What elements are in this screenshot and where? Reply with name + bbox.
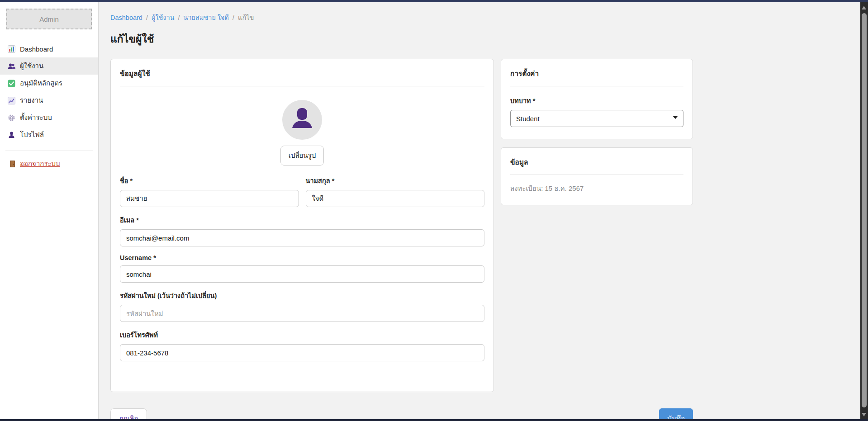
email-label: อีเมล *	[120, 215, 484, 225]
sidebar-item-reports[interactable]: รายงาน	[0, 92, 98, 109]
sidebar-item-label: ผู้ใช้งาน	[20, 61, 43, 71]
sidebar-item-label: ตั้งค่าระบบ	[20, 112, 52, 123]
sidebar-item-label: Dashboard	[20, 45, 53, 53]
new-password-input[interactable]	[120, 305, 484, 322]
required-mark: *	[533, 97, 536, 104]
phone-label: เบอร์โทรศัพท์	[120, 330, 484, 340]
dashboard-icon	[8, 45, 15, 53]
settings-card: การตั้งค่า บทบาท * Student	[501, 59, 693, 139]
sidebar-item-approve-courses[interactable]: อนุมัติหลักสูตร	[0, 75, 98, 92]
info-card: ข้อมูล ลงทะเบียน: 15 ธ.ค. 2567	[501, 147, 693, 205]
change-photo-button[interactable]: เปลี่ยนรูป	[280, 146, 324, 166]
required-mark: *	[332, 177, 335, 184]
vertical-scrollbar[interactable]	[860, 2, 868, 419]
sidebar-divider	[5, 151, 93, 151]
sidebar: Admin Dashboard	[0, 2, 99, 419]
sidebar-item-label: รายงาน	[20, 95, 43, 106]
save-button[interactable]: บันทึก	[659, 408, 693, 419]
info-card-title: ข้อมูล	[510, 148, 683, 175]
role-field-group: บทบาท * Student	[510, 95, 683, 127]
first-name-label: ชื่อ *	[120, 175, 299, 186]
first-name-input[interactable]	[120, 190, 299, 207]
role-select[interactable]: Student	[510, 110, 683, 127]
logout-link[interactable]: ออกจากระบบ	[0, 158, 98, 169]
new-password-label: รหัสผ่านใหม่ (เว้นว่างถ้าไม่เปลี่ยน)	[120, 290, 484, 301]
breadcrumb: Dashboard / ผู้ใช้งาน / นายสมชาย ใจดี / …	[110, 12, 860, 23]
user-info-card: ข้อมูลผู้ใช้ เปลี่ยนรูป ชื่อ *	[110, 59, 494, 392]
new-password-field-group: รหัสผ่านใหม่ (เว้นว่างถ้าไม่เปลี่ยน)	[120, 290, 484, 322]
username-input[interactable]	[120, 265, 484, 283]
breadcrumb-current: แก้ไข	[238, 12, 254, 23]
required-mark: *	[153, 254, 156, 261]
sidebar-item-dashboard[interactable]: Dashboard	[0, 40, 98, 57]
required-mark: *	[130, 177, 133, 184]
breadcrumb-separator: /	[178, 14, 180, 21]
breadcrumb-separator: /	[232, 14, 234, 21]
right-column: การตั้งค่า บทบาท * Student ข้อมูล	[501, 59, 693, 205]
approve-icon	[8, 80, 15, 87]
profile-icon	[8, 131, 15, 139]
first-name-field-group: ชื่อ *	[120, 175, 299, 207]
main-content: Dashboard / ผู้ใช้งาน / นายสมชาย ใจดี / …	[99, 2, 860, 419]
email-input[interactable]	[120, 229, 484, 246]
users-icon	[8, 62, 15, 70]
sidebar-item-label: อนุมัติหลักสูตร	[20, 78, 62, 89]
scroll-down-arrow-icon[interactable]	[862, 413, 866, 416]
breadcrumb-separator: /	[146, 14, 148, 21]
last-name-field-group: นามสกุล *	[306, 175, 485, 207]
sidebar-item-label: โปรไฟล์	[20, 129, 44, 140]
required-mark: *	[136, 217, 139, 224]
phone-field-group: เบอร์โทรศัพท์	[120, 330, 484, 361]
sidebar-item-system-settings[interactable]: ตั้งค่าระบบ	[0, 109, 98, 126]
scroll-up-arrow-icon[interactable]	[862, 6, 866, 9]
window-top-bar	[0, 0, 868, 2]
breadcrumb-link-dashboard[interactable]: Dashboard	[110, 14, 142, 21]
content-grid: ข้อมูลผู้ใช้ เปลี่ยนรูป ชื่อ *	[110, 59, 860, 392]
door-logout-icon	[9, 160, 16, 168]
cancel-button[interactable]: ยกเลิก	[110, 408, 147, 419]
username-field-group: Username *	[120, 254, 484, 283]
sidebar-item-profile[interactable]: โปรไฟล์	[0, 126, 98, 143]
admin-logo-box: Admin	[6, 9, 92, 29]
form-actions: ยกเลิก บันทึก	[110, 408, 693, 419]
username-label: Username *	[120, 254, 484, 261]
avatar-person-icon	[282, 100, 322, 140]
report-icon	[8, 97, 15, 104]
last-name-label: นามสกุล *	[306, 175, 485, 186]
breadcrumb-link-users[interactable]: ผู้ใช้งาน	[152, 12, 175, 23]
role-label: บทบาท *	[510, 95, 683, 106]
last-name-input[interactable]	[306, 190, 485, 207]
phone-input[interactable]	[120, 344, 484, 361]
sidebar-nav: Dashboard ผู้ใช้งาน อนุมัติหลักสูตร	[0, 40, 98, 143]
admin-logo-text: Admin	[39, 15, 59, 23]
avatar	[282, 100, 322, 140]
registered-date-text: ลงทะเบียน: 15 ธ.ค. 2567	[510, 183, 683, 194]
page-title: แก้ไขผู้ใช้	[110, 31, 860, 47]
sidebar-item-users[interactable]: ผู้ใช้งาน	[0, 57, 98, 75]
email-field-group: อีเมล *	[120, 215, 484, 246]
window-bottom-bar	[0, 419, 868, 421]
settings-card-title: การตั้งค่า	[510, 59, 683, 86]
settings-gear-icon	[8, 114, 15, 122]
scrollbar-thumb[interactable]	[862, 13, 867, 407]
logout-label: ออกจากระบบ	[20, 158, 60, 169]
breadcrumb-link-user-name[interactable]: นายสมชาย ใจดี	[184, 12, 229, 23]
user-info-card-title: ข้อมูลผู้ใช้	[120, 59, 484, 86]
avatar-block: เปลี่ยนรูป	[120, 100, 484, 166]
